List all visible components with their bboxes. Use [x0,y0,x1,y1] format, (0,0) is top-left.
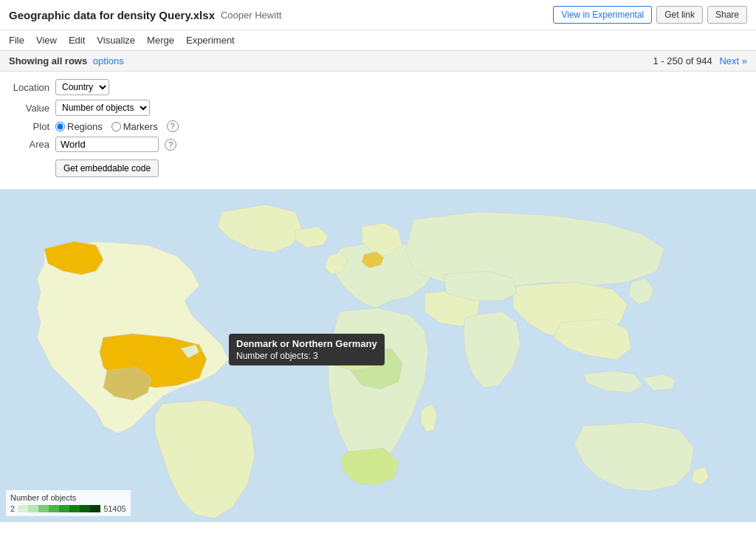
value-select[interactable]: Number of objects [55,100,150,116]
menu-experiment[interactable]: Experiment [186,35,235,46]
embed-button[interactable]: Get embeddable code [55,159,159,177]
plot-label: Plot [9,121,49,132]
header-right: View in Experimental Get link Share [553,6,747,24]
menu-merge[interactable]: Merge [147,35,174,46]
markers-radio[interactable] [111,122,121,131]
toolbar: Showing all rows options 1 - 250 of 944 … [0,51,756,72]
page-title: Geographic data for density Query.xlsx [9,9,215,21]
legend-min: 2 [10,504,15,513]
value-row: Value Number of objects [9,100,747,116]
area-input[interactable]: World [55,137,159,152]
header-left: Geographic data for density Query.xlsx C… [9,9,281,21]
location-row: Location Country [9,79,747,95]
author-name: Cooper Hewitt [221,10,281,21]
menu-view[interactable]: View [36,35,57,46]
legend-color-cell [69,505,80,512]
markers-option[interactable]: Markers [111,121,158,132]
view-experimental-button[interactable]: View in Experimental [553,6,652,24]
legend-colors [18,505,100,512]
markers-label: Markers [123,121,158,132]
menu-visualize[interactable]: Visualize [97,35,135,46]
map-legend: Number of objects 2 51405 [6,490,131,516]
regions-label: Regions [67,121,103,132]
options-link[interactable]: options [93,55,124,66]
legend-bar: 2 51405 [10,504,126,513]
area-help-icon[interactable]: ? [165,139,176,151]
controls-panel: Location Country Value Number of objects… [0,72,756,190]
legend-color-cell [80,505,90,512]
showing-prefix: Showing [9,55,49,66]
menu-file[interactable]: File [9,35,24,46]
legend-color-cell [38,505,49,512]
pagination: 1 - 250 of 944 Next » [653,55,747,66]
header: Geographic data for density Query.xlsx C… [0,0,756,30]
regions-radio[interactable] [55,122,65,131]
legend-title: Number of objects [10,493,126,502]
showing-all: all rows [52,55,87,66]
legend-max: 51405 [103,504,126,513]
legend-color-cell [49,505,59,512]
next-link[interactable]: Next » [719,55,747,66]
embed-row: Get embeddable code [9,157,747,177]
map-container: Denmark or Northern Germany Number of ob… [0,190,756,522]
value-label: Value [9,103,49,114]
share-button[interactable]: Share [707,6,747,24]
menu-edit[interactable]: Edit [69,35,85,46]
total-count: 944 [696,55,712,66]
world-map [0,190,756,522]
legend-color-cell [18,505,28,512]
plot-row: Plot Regions Markers ? [9,120,747,132]
range-end: 250 [667,55,683,66]
location-select[interactable]: Country [55,79,109,95]
legend-color-cell [59,505,69,512]
menubar: File View Edit Visualize Merge Experimen… [0,30,756,51]
showing-text: Showing all rows options [9,55,124,66]
area-label: Area [9,139,49,150]
legend-color-cell [28,505,38,512]
location-label: Location [9,82,49,93]
plot-radio-group: Regions Markers ? [55,120,179,132]
range-start: 1 [653,55,658,66]
plot-help-icon[interactable]: ? [167,120,179,132]
get-link-button[interactable]: Get link [656,6,703,24]
legend-color-cell [90,505,100,512]
of-text: of [686,55,696,66]
area-row: Area World ? [9,137,747,152]
regions-option[interactable]: Regions [55,121,103,132]
